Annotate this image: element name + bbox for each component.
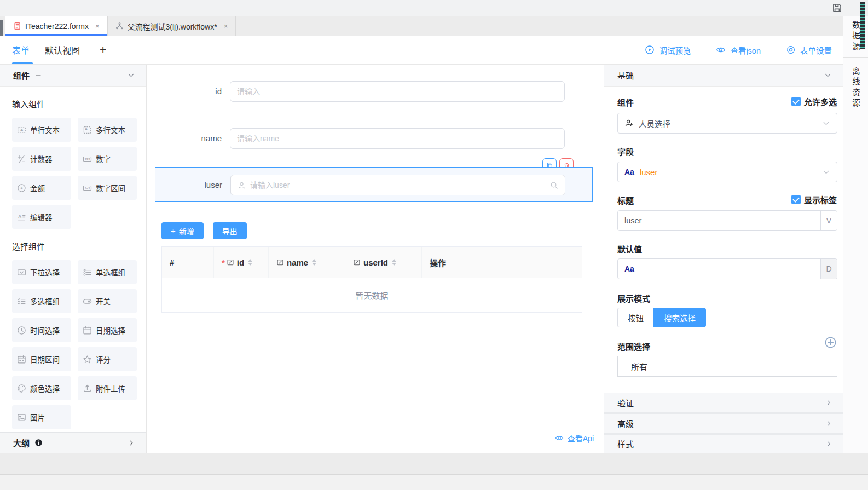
sort-carets[interactable] xyxy=(248,259,252,266)
hamburger-icon[interactable] xyxy=(35,72,42,79)
view-api-button[interactable]: 查看Api xyxy=(555,433,594,443)
id-input[interactable] xyxy=(230,81,565,102)
close-icon[interactable]: × xyxy=(95,22,100,30)
chevron-down-icon[interactable] xyxy=(824,71,832,79)
column-id[interactable]: * id xyxy=(214,247,269,278)
name-input[interactable] xyxy=(230,128,565,149)
component-label: 数字区间 xyxy=(96,182,125,193)
component-date[interactable]: 日期选择 xyxy=(78,318,137,342)
variable-toggle-button[interactable]: V xyxy=(820,211,837,230)
component-single-text[interactable]: 单行文本 xyxy=(12,118,71,142)
component-money[interactable]: 金额 xyxy=(12,176,71,200)
outline-bar[interactable]: 大纲 xyxy=(0,432,146,453)
mode-search-select-option[interactable]: 搜索选择 xyxy=(653,308,706,327)
section-style[interactable]: 样式 xyxy=(604,434,843,453)
component-date-range[interactable]: 日期区间 xyxy=(12,347,71,371)
plus-icon: + xyxy=(171,226,176,235)
component-image[interactable]: 图片 xyxy=(12,405,71,429)
editor-icon xyxy=(17,212,26,222)
chevron-down-icon xyxy=(822,168,830,176)
component-rating[interactable]: 评分 xyxy=(78,347,137,371)
range-select-value[interactable]: 所有 xyxy=(617,356,837,377)
form-settings-button[interactable]: 表单设置 xyxy=(786,44,832,56)
component-grid-input: 单行文本 多行文本 计数器 数字 金额 数字区间 编辑器 xyxy=(12,118,138,229)
component-select[interactable]: 下拉选择 xyxy=(12,260,71,284)
component-label: 金额 xyxy=(30,182,45,193)
view-api-label: 查看Api xyxy=(568,433,594,443)
default-value-input[interactable] xyxy=(640,264,815,273)
component-upload[interactable]: 附件上传 xyxy=(78,376,137,400)
column-label: 操作 xyxy=(430,257,446,268)
sidebar-header[interactable]: 组件 xyxy=(0,65,146,87)
view-json-label: 查看json xyxy=(730,44,761,56)
component-counter[interactable]: 计数器 xyxy=(12,147,71,171)
table-empty-state: 暂无数据 xyxy=(162,278,582,312)
checkbox-checked[interactable] xyxy=(791,195,801,204)
field-label: name xyxy=(147,128,222,149)
section-advanced[interactable]: 高级 xyxy=(604,413,843,434)
component-checkbox-group[interactable]: 多选框组 xyxy=(12,289,71,313)
debug-preview-label: 调试预览 xyxy=(659,44,691,56)
plus-circle-icon[interactable] xyxy=(824,336,837,349)
display-mode-prop-label: 展示模式 xyxy=(617,292,650,304)
component-label: 多行文本 xyxy=(96,124,125,135)
add-row-button[interactable]: + 新增 xyxy=(161,222,204,239)
type-badge: Aa xyxy=(624,264,634,273)
form-canvas: id name luser + 新增 导出 xyxy=(147,65,604,453)
component-switch[interactable]: 开关 xyxy=(78,289,137,313)
select-icon xyxy=(17,268,26,277)
money-icon xyxy=(17,183,26,193)
field-label: luser xyxy=(155,175,222,195)
search-icon[interactable] xyxy=(550,181,558,189)
view-json-button[interactable]: 查看json xyxy=(716,44,761,56)
component-label: 开关 xyxy=(96,296,111,307)
file-tab-workflowx[interactable]: 父流程测试3(lj).workflowx* × xyxy=(108,16,236,36)
file-tab-formx[interactable]: ITeacher222.formx × xyxy=(5,16,108,36)
debug-preview-button[interactable]: 调试预览 xyxy=(645,44,691,56)
section-validation[interactable]: 验证 xyxy=(604,393,843,413)
field-row-luser-selected[interactable]: luser xyxy=(155,167,593,202)
file-tab-label: ITeacher222.formx xyxy=(25,22,89,31)
component-label: 数字 xyxy=(96,153,111,164)
component-editor[interactable]: 编辑器 xyxy=(12,205,71,229)
component-radio-group[interactable]: 单选框组 xyxy=(78,260,137,284)
mode-button-option[interactable]: 按钮 xyxy=(617,308,653,327)
component-label: 颜色选择 xyxy=(30,383,60,394)
date-range-icon xyxy=(17,355,26,364)
component-number-range[interactable]: 数字区间 xyxy=(78,176,137,200)
column-index: # xyxy=(162,247,214,278)
scrollbar-thumb[interactable] xyxy=(859,1,867,51)
component-color[interactable]: 颜色选择 xyxy=(12,376,71,400)
play-circle-icon xyxy=(645,45,655,55)
rail-tab-label: 离线资源 xyxy=(850,67,861,109)
chevron-down-icon[interactable] xyxy=(127,71,135,79)
required-asterisk: * xyxy=(222,258,225,267)
sort-carets[interactable] xyxy=(312,259,316,266)
close-icon[interactable]: × xyxy=(224,22,228,30)
sort-carets[interactable] xyxy=(392,259,396,266)
component-multi-text[interactable]: 多行文本 xyxy=(78,118,137,142)
checkbox-checked[interactable] xyxy=(791,97,801,106)
luser-input[interactable] xyxy=(250,181,546,189)
save-icon[interactable] xyxy=(831,2,843,14)
export-button[interactable]: 导出 xyxy=(213,222,247,239)
field-select[interactable]: Aa luser xyxy=(617,162,837,182)
component-type-select[interactable]: 人员选择 xyxy=(617,113,837,134)
chevron-right-icon[interactable] xyxy=(128,439,135,447)
title-input[interactable] xyxy=(624,216,815,225)
component-time[interactable]: 时间选择 xyxy=(12,318,71,342)
tab-offline-resource[interactable]: 离线资源 xyxy=(843,58,868,118)
luser-picker-input[interactable] xyxy=(230,175,565,195)
radio-group-icon xyxy=(83,268,92,277)
column-name[interactable]: name xyxy=(269,247,345,278)
add-view-button[interactable]: + xyxy=(100,43,106,56)
tab-default-view[interactable]: 默认视图 xyxy=(45,43,80,56)
info-icon[interactable] xyxy=(34,439,43,447)
checkbox-group-icon xyxy=(17,297,26,306)
component-number[interactable]: 数字 xyxy=(78,147,137,171)
column-userid[interactable]: userId xyxy=(345,247,422,278)
dynamic-toggle-button[interactable]: D xyxy=(820,259,837,279)
counter-icon xyxy=(17,154,26,164)
section-basic-header[interactable]: 基础 xyxy=(604,65,843,87)
tab-form[interactable]: 表单 xyxy=(12,43,30,56)
